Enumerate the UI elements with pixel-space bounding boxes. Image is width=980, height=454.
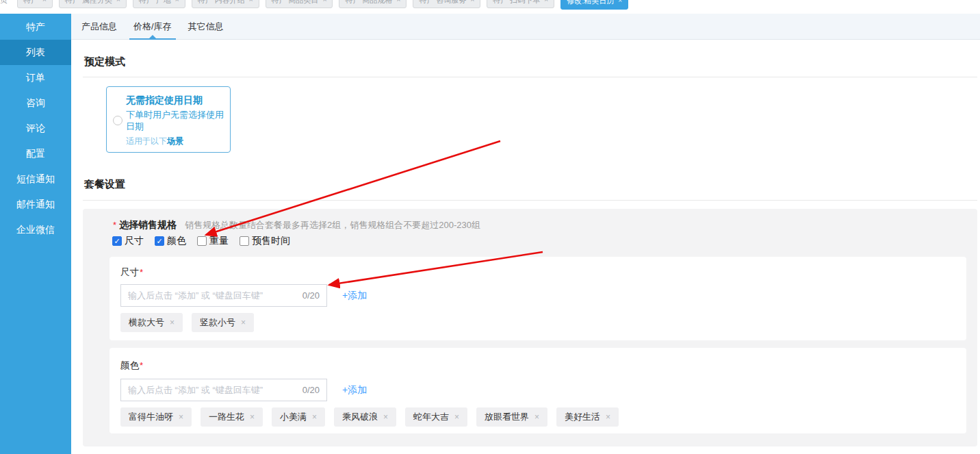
spec-select-label: 选择销售规格: [119, 219, 177, 231]
color-spec-input[interactable]: [121, 379, 302, 401]
sidebar-item-comments[interactable]: 评论: [0, 116, 71, 141]
section-title-booking-mode: 预定模式: [84, 55, 125, 68]
size-spec-panel: 尺寸* 0/20 +添加 横款大号 × 竖款小号 ×: [109, 257, 966, 340]
sidebar-item-sms-notify[interactable]: 短信通知: [0, 166, 71, 192]
checkbox-group-size[interactable]: 尺寸: [112, 235, 144, 247]
note-prefix: 适用于以下: [126, 136, 167, 146]
tag-remove-icon[interactable]: ×: [250, 412, 255, 422]
close-icon[interactable]: ×: [116, 0, 120, 8]
booking-mode-card[interactable]: 无需指定使用日期 下单时用户无需选择使用日期 适用于以下场景: [106, 86, 231, 153]
close-icon[interactable]: ×: [618, 0, 622, 10]
nav-tab-label: 特产: [23, 0, 38, 8]
color-spec-panel: 颜色* 0/20 +添加 富得牛油呀 × 一路生花 × 小美满 × 乘风破浪 ×: [109, 348, 966, 433]
size-tag[interactable]: 竖款小号 ×: [192, 313, 254, 332]
nav-tab-product-category[interactable]: 特产 商品类目 ×: [266, 0, 333, 8]
color-tag[interactable]: 放眼看世界 ×: [476, 407, 547, 427]
window-tab-bar: 主页 特产 × 特产 属性分类 × 特产 产地 × 特产 内容介绍 × 特产 商…: [0, 0, 980, 14]
size-add-button[interactable]: +添加: [342, 290, 367, 302]
content-tab-bar: 产品信息 价格/库存 其它信息: [71, 14, 980, 40]
close-icon[interactable]: ×: [323, 0, 327, 8]
tag-remove-icon[interactable]: ×: [312, 412, 317, 422]
nav-tab-attribute-category[interactable]: 特产 属性分类 ×: [59, 0, 127, 8]
color-tag[interactable]: 美好生活 ×: [556, 407, 619, 427]
required-asterisk: *: [113, 220, 116, 230]
sidebar-item-config[interactable]: 配置: [0, 141, 71, 166]
nav-tab-special[interactable]: 特产 ×: [17, 0, 53, 8]
nav-tab-home[interactable]: 主页: [0, 0, 11, 8]
sidebar-item-wecom[interactable]: 企业微信: [0, 217, 71, 242]
sidebar-item-special[interactable]: 特产: [0, 14, 71, 40]
close-icon[interactable]: ×: [42, 0, 47, 8]
sidebar-item-email-notify[interactable]: 邮件通知: [0, 192, 71, 217]
spec-select-row: * 选择销售规格 销售规格总数量结合套餐最多再选择2组，销售规格组合不要超过20…: [113, 219, 480, 231]
note-strong: 场景: [167, 136, 183, 146]
tag-remove-icon[interactable]: ×: [241, 318, 246, 327]
divider: [83, 77, 977, 77]
tag-remove-icon[interactable]: ×: [534, 412, 539, 422]
close-icon[interactable]: ×: [544, 0, 548, 8]
color-tag[interactable]: 富得牛油呀 ×: [120, 407, 192, 427]
tag-remove-icon[interactable]: ×: [383, 412, 388, 422]
tag-label: 横款大号: [129, 316, 164, 329]
close-icon[interactable]: ×: [249, 0, 253, 8]
color-spec-input-box: 0/20: [120, 379, 327, 401]
size-spec-input[interactable]: [121, 285, 302, 306]
color-tag[interactable]: 蛇年大吉 ×: [405, 407, 467, 427]
tab-price-stock[interactable]: 价格/库存: [129, 14, 176, 39]
checkbox-color[interactable]: [155, 236, 164, 246]
color-add-button[interactable]: +添加: [342, 384, 367, 396]
tag-remove-icon[interactable]: ×: [454, 412, 459, 422]
tab-other-info[interactable]: 其它信息: [184, 14, 228, 39]
checkbox-presale-time[interactable]: [240, 236, 249, 246]
close-icon[interactable]: ×: [397, 0, 401, 8]
nav-tab-consult-service[interactable]: 特产 咨询服务 ×: [413, 0, 480, 8]
checkbox-group-presale-time[interactable]: 预售时间: [240, 235, 290, 247]
nav-tab-product-spec[interactable]: 特产 商品规格 ×: [339, 0, 407, 8]
checkbox-group-weight[interactable]: 重量: [197, 235, 229, 247]
required-asterisk: *: [140, 360, 143, 370]
checkbox-weight[interactable]: [197, 236, 207, 246]
nav-tab-origin[interactable]: 特产 产地 ×: [133, 0, 185, 8]
nav-tab-edit-calendar[interactable]: 修改:精美日历 ×: [560, 0, 628, 10]
sidebar: 特产 列表 订单 咨询 评论 配置 短信通知 邮件通知 企业微信: [0, 14, 71, 454]
color-tag[interactable]: 乘风破浪 ×: [334, 407, 396, 427]
color-tag[interactable]: 小美满 ×: [272, 407, 325, 427]
sidebar-item-list[interactable]: 列表: [0, 40, 71, 65]
nav-tab-scan-order[interactable]: 特产 扫码下单 ×: [487, 0, 554, 8]
tag-label: 放眼看世界: [485, 411, 529, 423]
size-tag[interactable]: 横款大号 ×: [120, 313, 183, 332]
tag-remove-icon[interactable]: ×: [606, 412, 610, 422]
nav-tab-content-intro[interactable]: 特产 内容介绍 ×: [192, 0, 259, 8]
checkbox-label: 尺寸: [125, 235, 144, 247]
checkbox-group-color[interactable]: 颜色: [155, 235, 186, 247]
nav-tab-label: 特产 属性分类: [65, 0, 112, 8]
checkbox-label: 颜色: [167, 235, 186, 247]
tag-remove-icon[interactable]: ×: [170, 318, 175, 327]
required-asterisk: *: [140, 267, 143, 277]
window-tab-list: 主页 特产 × 特产 属性分类 × 特产 产地 × 特产 内容介绍 × 特产 商…: [0, 0, 628, 10]
color-tag[interactable]: 一路生花 ×: [201, 407, 263, 427]
checkbox-size[interactable]: [112, 236, 122, 246]
nav-tab-label: 特产 商品规格: [345, 0, 392, 8]
nav-tab-label: 特产 产地: [139, 0, 171, 8]
nav-tab-label: 特产 扫码下单: [493, 0, 540, 8]
spec-select-hint: 销售规格总数量结合套餐最多再选择2组，销售规格组合不要超过200-230组: [185, 219, 480, 231]
sidebar-item-orders[interactable]: 订单: [0, 65, 71, 90]
size-input-counter: 0/20: [302, 290, 320, 301]
tag-label: 竖款小号: [200, 316, 235, 329]
booking-mode-radio[interactable]: [113, 116, 122, 125]
tag-remove-icon[interactable]: ×: [179, 412, 183, 422]
package-settings-panel: * 选择销售规格 销售规格总数量结合套餐最多再选择2组，销售规格组合不要超过20…: [83, 209, 977, 446]
sidebar-item-inquiry[interactable]: 咨询: [0, 90, 71, 116]
nav-tab-label: 主页: [0, 0, 8, 8]
close-icon[interactable]: ×: [175, 0, 179, 8]
close-icon[interactable]: ×: [470, 0, 474, 8]
label-text: 尺寸: [120, 267, 139, 277]
checkbox-label: 重量: [209, 235, 229, 247]
tab-product-info[interactable]: 产品信息: [77, 14, 121, 39]
color-spec-label: 颜色*: [120, 360, 143, 372]
size-tag-row: 横款大号 × 竖款小号 ×: [120, 313, 254, 332]
checkbox-label: 预售时间: [252, 235, 290, 247]
divider: [83, 200, 977, 201]
spec-checkbox-row: 尺寸 颜色 重量 预售时间: [112, 235, 290, 247]
